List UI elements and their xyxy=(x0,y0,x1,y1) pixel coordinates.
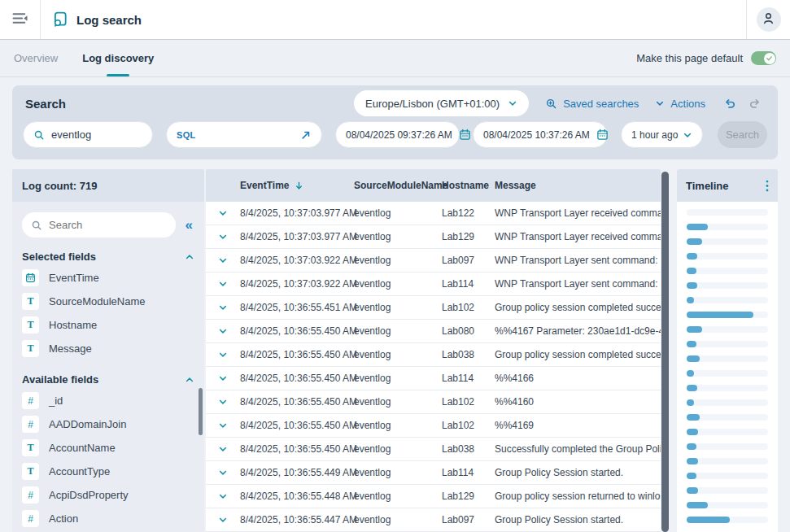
undo-button[interactable] xyxy=(723,97,736,110)
field-item[interactable]: T Message xyxy=(22,337,194,360)
field-item[interactable]: # _id xyxy=(22,389,194,412)
timezone-dropdown[interactable]: Europe/Lisbon (GMT+01:00) xyxy=(354,90,529,116)
kebab-menu-icon[interactable] xyxy=(766,180,769,192)
timeline-bar xyxy=(687,297,768,303)
cell-message: Group Policy Session started. xyxy=(495,467,661,478)
collapse-sidebar-button[interactable] xyxy=(0,0,41,39)
cell-hostname: Lab122 xyxy=(442,207,495,219)
table-scrollbar-thumb[interactable] xyxy=(661,172,669,532)
expand-row-icon[interactable] xyxy=(206,232,240,242)
chevron-up-icon xyxy=(185,375,194,385)
expand-row-icon[interactable] xyxy=(206,397,240,407)
table-row[interactable]: 8/4/2025, 10:36:55.450 AM eventlog Lab03… xyxy=(206,438,661,461)
expand-row-icon[interactable] xyxy=(206,326,240,336)
search-button[interactable]: Search xyxy=(718,121,767,148)
field-label: AccountName xyxy=(49,442,116,454)
query-input[interactable] xyxy=(51,129,142,141)
field-item[interactable]: T AccountType xyxy=(22,460,194,483)
expand-arrow-icon[interactable] xyxy=(300,129,312,141)
timeline-bar-fill xyxy=(687,487,698,494)
column-header-message[interactable]: Message xyxy=(495,180,661,191)
cell-hostname: Lab129 xyxy=(442,491,495,502)
timeline-bar-fill xyxy=(687,238,702,245)
redo-button[interactable] xyxy=(749,97,762,110)
expand-row-icon[interactable] xyxy=(206,421,240,430)
timeline-bar-fill xyxy=(687,502,708,508)
field-label: _id xyxy=(49,395,63,407)
chevron-down-icon xyxy=(655,98,665,108)
cell-hostname: Lab097 xyxy=(442,514,495,525)
expand-row-icon[interactable] xyxy=(206,444,240,454)
table-row[interactable]: 8/4/2025, 10:37:03.977 AM eventlog Lab12… xyxy=(206,202,661,225)
expand-row-icon[interactable] xyxy=(206,279,240,289)
saved-searches-button[interactable]: Saved searches xyxy=(545,98,639,110)
sidebar-scrollbar-thumb[interactable] xyxy=(199,388,203,435)
expand-row-icon[interactable] xyxy=(206,491,240,501)
column-header-eventtime[interactable]: EventTime xyxy=(240,180,354,191)
timeline-panel: Timeline xyxy=(677,169,778,532)
expand-row-icon[interactable] xyxy=(206,350,240,360)
table-row[interactable]: 8/4/2025, 10:36:55.451 AM eventlog Lab10… xyxy=(206,296,661,320)
field-label: Action xyxy=(49,512,78,525)
expand-row-icon[interactable] xyxy=(206,373,240,383)
column-header-sourcemodulename[interactable]: SourceModuleName xyxy=(354,180,442,191)
table-row[interactable]: 8/4/2025, 10:37:03.922 AM eventlog Lab11… xyxy=(206,273,661,296)
expand-row-icon[interactable] xyxy=(206,208,240,218)
fields-search-input[interactable] xyxy=(49,219,167,231)
timeline-bar-fill xyxy=(687,297,694,303)
table-row[interactable]: 8/4/2025, 10:36:55.450 AM eventlog Lab03… xyxy=(206,343,661,367)
table-row[interactable]: 8/4/2025, 10:37:03.977 AM eventlog Lab12… xyxy=(206,225,661,249)
cell-message: Group policy session returned to winlogo… xyxy=(495,491,661,502)
table-row[interactable]: 8/4/2025, 10:36:55.450 AM eventlog Lab10… xyxy=(206,390,661,414)
timeline-bar-fill xyxy=(687,399,694,406)
make-default-label: Make this page default xyxy=(636,52,743,64)
field-label: Hostname xyxy=(49,319,97,331)
timeline-bar xyxy=(687,370,768,377)
expand-row-icon[interactable] xyxy=(206,303,240,312)
cell-sourcemodulename: eventlog xyxy=(354,207,442,219)
saved-search-icon xyxy=(545,98,557,110)
cell-sourcemodulename: eventlog xyxy=(354,349,442,360)
table-row[interactable]: 8/4/2025, 10:36:55.450 AM eventlog Lab11… xyxy=(206,367,661,390)
sql-query-field[interactable]: SQL xyxy=(166,121,322,148)
timeline-bar xyxy=(687,282,768,289)
table-row[interactable]: 8/4/2025, 10:37:03.922 AM eventlog Lab09… xyxy=(206,249,661,273)
field-item[interactable]: T SourceModuleName xyxy=(22,290,194,313)
field-type-icon: T xyxy=(22,293,39,310)
field-item[interactable]: # AADDomainJoin xyxy=(22,412,194,436)
cell-message: %%4166 xyxy=(495,373,661,384)
table-row[interactable]: 8/4/2025, 10:36:55.450 AM eventlog Lab10… xyxy=(206,414,661,438)
available-fields-header[interactable]: Available fields xyxy=(22,373,194,386)
user-avatar[interactable] xyxy=(757,7,781,32)
expand-row-icon[interactable] xyxy=(206,468,240,477)
field-item[interactable]: T AccountName xyxy=(22,436,194,460)
make-default-toggle[interactable] xyxy=(751,51,776,65)
end-time-picker[interactable]: 08/04/2025 10:37:26 AM xyxy=(473,121,608,148)
cell-message: %%4169 xyxy=(495,420,661,431)
table-row[interactable]: 8/4/2025, 10:36:55.448 AM eventlog Lab12… xyxy=(206,485,661,508)
field-label: AADDomainJoin xyxy=(49,418,126,430)
sort-desc-icon[interactable] xyxy=(294,181,304,191)
cell-eventtime: 8/4/2025, 10:37:03.922 AM xyxy=(240,278,354,290)
tab-overview[interactable]: Overview xyxy=(14,40,58,76)
field-item[interactable]: # Action xyxy=(22,507,194,530)
tab-log-discovery[interactable]: Log discovery xyxy=(82,40,154,76)
table-row[interactable]: 8/4/2025, 10:36:55.449 AM eventlog Lab11… xyxy=(206,461,661,485)
column-header-hostname[interactable]: Hostname xyxy=(442,180,495,191)
table-row[interactable]: 8/4/2025, 10:36:55.447 AM eventlog Lab09… xyxy=(206,508,661,532)
table-row[interactable]: 8/4/2025, 10:36:55.450 AM eventlog Lab08… xyxy=(206,320,661,343)
expand-row-icon[interactable] xyxy=(206,515,240,525)
field-label: SourceModuleName xyxy=(49,295,146,307)
selected-fields-header[interactable]: Selected fields xyxy=(22,251,194,263)
time-range-dropdown[interactable]: 1 hour ago xyxy=(621,121,703,148)
field-item[interactable]: T Hostname xyxy=(22,313,194,337)
cell-hostname: Lab038 xyxy=(442,443,495,455)
field-item[interactable]: EventTime xyxy=(22,266,194,290)
field-item[interactable]: # AcpiDsdProperty xyxy=(22,483,194,507)
actions-dropdown[interactable]: Actions xyxy=(655,98,705,110)
cell-message: Group policy session completed successfu… xyxy=(495,302,661,313)
collapse-panel-icon[interactable]: « xyxy=(184,218,194,232)
start-time-picker[interactable]: 08/04/2025 09:37:26 AM xyxy=(335,121,460,148)
expand-row-icon[interactable] xyxy=(206,255,240,265)
selected-fields-list: EventTime T SourceModuleName T Hostname xyxy=(22,266,194,360)
